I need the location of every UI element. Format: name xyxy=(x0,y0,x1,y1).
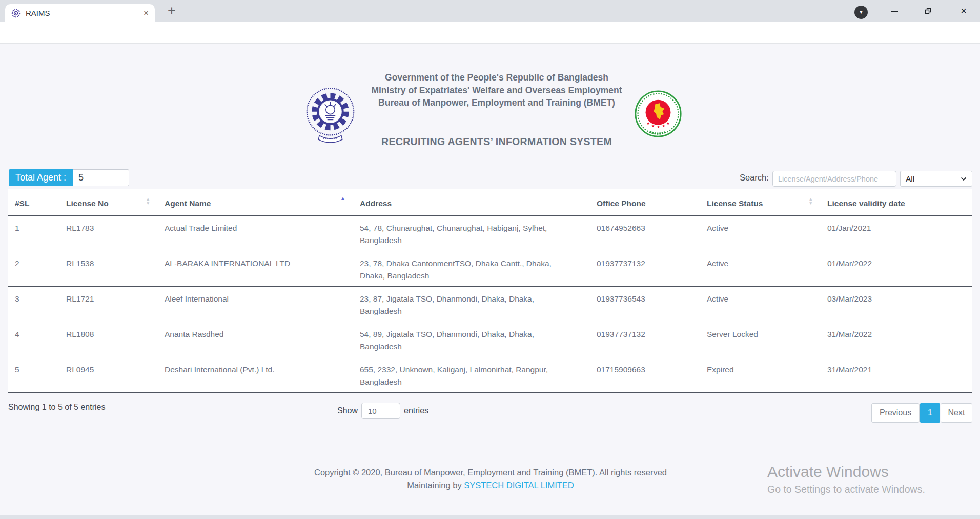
browser-toolbar: ⚠ Not secure raims.bmet.gov.bd/agencies … xyxy=(0,22,980,44)
table-row: 1RL1783Actual Trade Limited54, 78, Chuna… xyxy=(8,216,972,251)
column-label: #SL xyxy=(15,199,29,208)
column-label: License validity date xyxy=(827,199,905,208)
cell-license-status: Active xyxy=(700,216,820,251)
column-header-address: Address xyxy=(353,192,589,215)
bangladesh-govt-seal: ★ ★ ★ ★ ★ xyxy=(634,90,682,138)
cell-license-no: RL1783 xyxy=(59,216,157,251)
cell-agent-name: AL-BARAKA INTERNATIONAL LTD xyxy=(157,251,353,286)
cell-address: 23, 78, Dhaka CantonmentTSO, Dhaka Cantt… xyxy=(353,251,589,286)
table-row: 4RL1808Ananta Rasdhed54, 89, Jigatala TS… xyxy=(8,322,972,357)
next-page-button[interactable]: Next xyxy=(941,403,972,423)
cell-office-phone: 01674952663 xyxy=(589,216,700,251)
cell-office-phone: 01937737132 xyxy=(589,322,700,357)
chevron-down-icon xyxy=(961,177,967,181)
table-body: 1RL1783Actual Trade Limited54, 78, Chuna… xyxy=(8,216,972,393)
browser-update-badge-icon[interactable]: ▼ xyxy=(854,6,868,19)
cell-license-status: Active xyxy=(700,251,820,286)
page-size-control: Show entries xyxy=(337,403,428,419)
favicon-icon xyxy=(11,9,21,18)
total-agent-counter: Total Agent : 5 xyxy=(9,169,129,186)
new-tab-button[interactable]: + xyxy=(163,1,180,21)
browser-tab[interactable]: RAIMS × xyxy=(5,4,155,22)
activate-windows-subtext: Go to Settings to activate Windows. xyxy=(767,484,925,495)
svg-text:★: ★ xyxy=(657,125,660,129)
tab-strip: RAIMS × + ▼ × xyxy=(0,0,980,22)
maintainer-link[interactable]: SYSTECH DIGITAL LIMITED xyxy=(464,481,574,490)
cell-validity-date: 31/Mar/2022 xyxy=(820,322,972,357)
page-content: Government of the People's Republic of B… xyxy=(0,44,980,515)
current-page-button[interactable]: 1 xyxy=(920,403,940,423)
cell-license-status: Server Locked xyxy=(700,322,820,357)
cell-license-no: RL1808 xyxy=(59,322,157,357)
gov-line-1: Government of the People's Republic of B… xyxy=(266,71,727,84)
cell-sl: 1 xyxy=(8,216,59,251)
search-label: Search: xyxy=(740,173,769,183)
footer: Copyright © 2020, Bureau of Manpower, Em… xyxy=(234,467,747,491)
window-close-button[interactable]: × xyxy=(952,0,975,22)
svg-text:★: ★ xyxy=(646,121,650,126)
cell-license-no: RL1721 xyxy=(59,287,157,322)
tab-title: RAIMS xyxy=(26,9,50,17)
column-header-license-no[interactable]: License No▲▼ xyxy=(59,192,157,215)
column-label: Address xyxy=(360,199,392,208)
column-label: License Status xyxy=(707,199,763,208)
sort-icons: ▲▼ xyxy=(809,197,813,205)
table-row: 3RL1721Aleef International23, 87, Jigata… xyxy=(8,287,972,322)
window-minimize-button[interactable] xyxy=(883,0,906,22)
activate-windows-watermark: Activate Windows xyxy=(767,463,889,481)
column-header-license-validity-date: License validity date xyxy=(820,192,972,215)
maintaining-text: Maintaining by xyxy=(407,481,464,490)
tab-close-icon[interactable]: × xyxy=(144,9,149,17)
cell-license-status: Active xyxy=(700,287,820,322)
cell-address: 54, 78, Chunarughat, Chunarughat, Habiga… xyxy=(353,216,589,251)
showing-entries-text: Showing 1 to 5 of 5 entries xyxy=(8,403,105,412)
cell-office-phone: 01937737132 xyxy=(589,251,700,286)
cell-agent-name: Actual Trade Limited xyxy=(157,216,353,251)
cell-agent-name: Deshari International (Pvt.) Ltd. xyxy=(157,357,353,392)
column-header-sl: #SL xyxy=(8,192,59,215)
show-label: Show xyxy=(337,406,358,415)
table-row: 5RL0945Deshari International (Pvt.) Ltd.… xyxy=(8,357,972,393)
column-label: Office Phone xyxy=(597,199,646,208)
page-size-input[interactable] xyxy=(361,403,400,419)
table-row: 2RL1538AL-BARAKA INTERNATIONAL LTD23, 78… xyxy=(8,251,972,287)
previous-page-button[interactable]: Previous xyxy=(871,403,920,423)
copyright-text: Copyright © 2020, Bureau of Manpower, Em… xyxy=(234,467,747,478)
select-value: All xyxy=(906,174,914,184)
sort-icons: ▲▼ xyxy=(146,197,150,205)
browser-window: RAIMS × + ▼ × ⚠ Not secure raims.bmet.go… xyxy=(0,0,980,519)
agents-table: #SLLicense No▲▼Agent Name▲AddressOffice … xyxy=(8,189,972,393)
cell-agent-name: Aleef International xyxy=(157,287,353,322)
cell-office-phone: 01937736543 xyxy=(589,287,700,322)
table-header-row: #SLLicense No▲▼Agent Name▲AddressOffice … xyxy=(8,192,972,216)
search-field-select[interactable]: All xyxy=(900,171,972,187)
cell-sl: 5 xyxy=(8,357,59,392)
cell-office-phone: 01715909663 xyxy=(589,357,700,392)
column-header-license-status[interactable]: License Status▲▼ xyxy=(700,192,820,215)
cell-sl: 4 xyxy=(8,322,59,357)
svg-text:★: ★ xyxy=(651,124,655,128)
column-label: Agent Name xyxy=(165,199,211,208)
cell-address: 54, 89, Jigatala TSO, Dhanmondi, Dhaka, … xyxy=(353,322,589,357)
cell-validity-date: 03/Mar/2023 xyxy=(820,287,972,322)
cell-license-no: RL0945 xyxy=(59,357,157,392)
cell-license-no: RL1538 xyxy=(59,251,157,286)
svg-text:★: ★ xyxy=(666,121,670,126)
column-header-office-phone: Office Phone xyxy=(589,192,700,215)
pagination: Previous 1 Next xyxy=(871,403,972,423)
entries-label: entries xyxy=(404,406,428,415)
sort-ascending-icon: ▲ xyxy=(340,195,345,201)
restore-icon xyxy=(924,7,932,15)
window-restore-button[interactable] xyxy=(916,0,940,22)
cell-validity-date: 31/Mar/2021 xyxy=(820,357,972,392)
minimize-icon xyxy=(891,11,898,12)
cell-license-status: Expired xyxy=(700,357,820,392)
cell-address: 23, 87, Jigatala TSO, Dhanmondi, Dhaka, … xyxy=(353,287,589,322)
cell-address: 655, 2332, Unknown, Kaliganj, Lalmonirha… xyxy=(353,357,589,392)
column-header-agent-name[interactable]: Agent Name▲ xyxy=(157,192,353,215)
svg-text:★: ★ xyxy=(662,124,666,128)
column-label: License No xyxy=(66,199,109,208)
taskbar-edge xyxy=(0,515,980,519)
search-input[interactable] xyxy=(772,171,896,187)
cell-validity-date: 01/Mar/2022 xyxy=(820,251,972,286)
